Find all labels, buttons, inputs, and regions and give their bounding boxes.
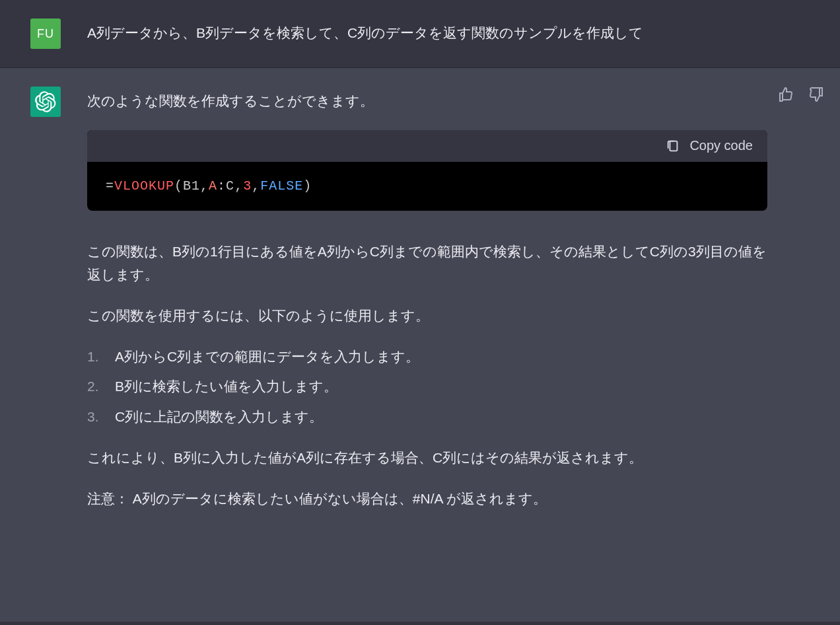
explanation-2: この関数を使用するには、以下のように使用します。 (87, 304, 767, 328)
thumbs-down-icon (808, 87, 824, 102)
thumbs-up-icon (778, 87, 794, 102)
code-block: Copy code =VLOOKUP(B1,A:C,3,FALSE) (87, 130, 767, 211)
code-header: Copy code (87, 130, 767, 162)
openai-icon (35, 91, 56, 112)
intro-text: 次のような関数を作成することができます。 (87, 89, 767, 113)
assistant-avatar (30, 87, 61, 117)
thumbs-up-button[interactable] (777, 85, 795, 106)
clipboard-icon (666, 138, 680, 154)
list-item: B列に検索したい値を入力します。 (87, 375, 767, 398)
copy-code-button[interactable]: Copy code (666, 138, 753, 154)
assistant-content: 次のような関数を作成することができます。 Copy code =VLOOKUP(… (87, 87, 767, 603)
copy-code-label: Copy code (689, 138, 753, 153)
thumbs-down-button[interactable] (807, 85, 825, 106)
user-avatar: FU (30, 18, 61, 49)
svg-rect-0 (670, 141, 678, 151)
assistant-message: 次のような関数を作成することができます。 Copy code =VLOOKUP(… (0, 68, 840, 622)
user-message: FU A列データから、B列データを検索して、C列のデータを返す関数のサンプルを作… (0, 0, 840, 68)
list-item: C列に上記の関数を入力します。 (87, 405, 767, 429)
code-content: =VLOOKUP(B1,A:C,3,FALSE) (87, 162, 767, 211)
explanation-1: この関数は、B列の1行目にある値をA列からC列までの範囲内で検索し、その結果とし… (87, 240, 767, 287)
user-text: A列データから、B列データを検索して、C列のデータを返す関数のサンプルを作成して (87, 18, 767, 49)
steps-list: A列からC列までの範囲にデータを入力します。 B列に検索したい値を入力します。 … (87, 345, 767, 429)
note-text: 注意： A列のデータに検索したい値がない場合は、#N/A が返されます。 (87, 487, 767, 511)
list-item: A列からC列までの範囲にデータを入力します。 (87, 345, 767, 369)
result-text: これにより、B列に入力した値がA列に存在する場合、C列にはその結果が返されます。 (87, 446, 767, 470)
feedback-buttons (777, 85, 825, 106)
